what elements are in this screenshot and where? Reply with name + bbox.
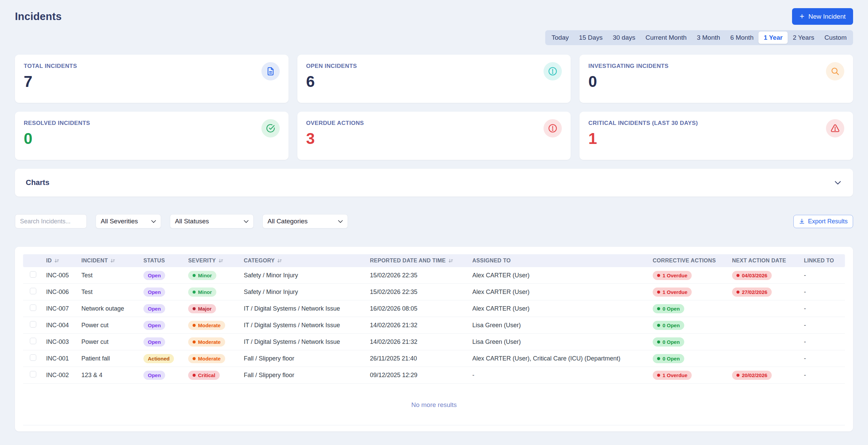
tab-30-days[interactable]: 30 days	[608, 32, 640, 44]
document-icon	[261, 62, 280, 80]
assigned-to: -	[472, 372, 653, 379]
column-header-assigned-to: ASSIGNED TO	[472, 258, 653, 264]
corrective-actions-badge: 0 Open	[653, 304, 684, 313]
sort-icon	[448, 258, 453, 263]
next-action-date-badge: 04/03/2026	[732, 271, 772, 280]
table-row[interactable]: INC-006 Test Open Minor Safety / Minor I…	[23, 284, 845, 300]
dot-icon	[657, 324, 660, 327]
dot-icon	[657, 274, 660, 277]
column-header-severity[interactable]: SEVERITY	[188, 258, 244, 264]
stat-cards-grid: TOTAL INCIDENTS 7 OPEN INCIDENTS 6 INVES…	[15, 55, 853, 160]
dot-icon	[193, 291, 196, 294]
assigned-to: Lisa Green (User)	[472, 338, 653, 346]
chevron-down-icon	[244, 220, 249, 223]
tab-15-days[interactable]: 15 Days	[574, 32, 608, 44]
assigned-to: Alex CARTER (User)	[472, 305, 653, 312]
table-row[interactable]: INC-005 Test Open Minor Safety / Minor I…	[23, 267, 845, 284]
next-action-date-badge: 27/02/2026	[732, 288, 772, 297]
tab-today[interactable]: Today	[547, 32, 574, 44]
no-more-results: No more results	[23, 384, 845, 425]
incident-category: Fall / Slippery floor	[244, 372, 370, 379]
severity-select[interactable]: All Severities	[96, 214, 161, 228]
tab-6-month[interactable]: 6 Month	[725, 32, 759, 44]
tab-1-year[interactable]: 1 Year	[758, 32, 788, 44]
column-header-id[interactable]: ID	[46, 258, 81, 264]
stat-value: 1	[588, 129, 844, 148]
export-results-button[interactable]: Export Results	[793, 215, 853, 228]
dot-icon	[657, 291, 660, 294]
stat-card-resolved-incidents: RESOLVED INCIDENTS 0	[15, 112, 289, 160]
stat-value: 6	[306, 72, 562, 91]
status-badge: Open	[143, 337, 165, 347]
stat-value: 0	[588, 72, 844, 91]
sort-icon	[218, 258, 223, 263]
column-header-incident[interactable]: INCIDENT	[81, 258, 143, 264]
corrective-actions-badge: 1 Overdue	[653, 271, 692, 280]
incident-id: INC-001	[46, 355, 81, 362]
time-range-row: Today 15 Days 30 days Current Month 3 Mo…	[15, 30, 853, 45]
severity-badge: Moderate	[188, 337, 225, 347]
corrective-actions-badge: 1 Overdue	[653, 288, 692, 297]
search-input[interactable]	[15, 214, 87, 228]
charts-section[interactable]: Charts	[15, 169, 853, 197]
incident-name: Test	[81, 272, 143, 279]
incidents-page: Incidents New Incident Today 15 Days 30 …	[0, 0, 868, 444]
stat-label: RESOLVED INCIDENTS	[24, 120, 280, 127]
tab-3-month[interactable]: 3 Month	[692, 32, 725, 44]
dot-icon	[736, 274, 739, 277]
table-header: ID INCIDENT STATUS SEVERITY CATEGORY REP…	[23, 254, 845, 267]
new-incident-button[interactable]: New Incident	[792, 8, 853, 25]
page-header: Incidents New Incident	[15, 0, 853, 25]
status-select[interactable]: All Statuses	[170, 214, 254, 228]
column-header-next-action-date: NEXT ACTION DATE	[732, 258, 804, 264]
category-select[interactable]: All Categories	[262, 214, 348, 228]
table-row[interactable]: INC-002 123 & 4 Open Critical Fall / Sli…	[23, 367, 845, 384]
column-header-reported-date[interactable]: REPORTED DATE AND TIME	[370, 258, 472, 264]
table-row[interactable]: INC-001 Patient fall Actioned Moderate F…	[23, 350, 845, 367]
dot-icon	[657, 357, 660, 360]
table-row[interactable]: INC-007 Network outage Open Major IT / D…	[23, 300, 845, 317]
status-badge: Open	[143, 321, 165, 330]
linked-to: -	[804, 355, 845, 362]
incident-category: Fall / Slippery floor	[244, 355, 370, 362]
sort-icon	[54, 258, 59, 263]
dot-icon	[193, 274, 196, 277]
dot-icon	[193, 357, 196, 360]
incident-id: INC-004	[46, 322, 81, 329]
row-checkbox[interactable]	[30, 338, 36, 344]
row-checkbox[interactable]	[30, 304, 36, 311]
row-checkbox[interactable]	[30, 371, 36, 377]
column-header-category[interactable]: CATEGORY	[244, 258, 370, 264]
table-row[interactable]: INC-004 Power cut Open Moderate IT / Dig…	[23, 317, 845, 334]
export-results-label: Export Results	[808, 218, 848, 225]
incident-name: Test	[81, 289, 143, 296]
row-checkbox[interactable]	[30, 288, 36, 294]
alert-circle-icon	[544, 119, 562, 137]
column-header-linked-to: LINKED TO	[804, 258, 845, 264]
table-row[interactable]: INC-003 Power cut Open Moderate IT / Dig…	[23, 334, 845, 350]
reported-date: 14/02/2026 21:32	[370, 338, 472, 346]
incidents-table: ID INCIDENT STATUS SEVERITY CATEGORY REP…	[15, 247, 853, 431]
incident-category: Safety / Minor Injury	[244, 272, 370, 279]
tab-current-month[interactable]: Current Month	[640, 32, 692, 44]
chevron-down-icon[interactable]	[833, 178, 842, 187]
chevron-down-icon	[338, 220, 343, 223]
tab-2-years[interactable]: 2 Years	[788, 32, 819, 44]
status-badge: Open	[143, 304, 165, 313]
linked-to: -	[804, 289, 845, 296]
stat-value: 3	[306, 129, 562, 148]
filters-row: All Severities All Statuses All Categori…	[15, 214, 853, 228]
page-title: Incidents	[15, 11, 62, 23]
assigned-to: Lisa Green (User)	[472, 322, 653, 329]
row-checkbox[interactable]	[30, 271, 36, 278]
corrective-actions-badge: 1 Overdue	[653, 371, 692, 380]
stat-label: OPEN INCIDENTS	[306, 63, 562, 70]
check-circle-icon	[261, 119, 280, 137]
linked-to: -	[804, 372, 845, 379]
row-checkbox[interactable]	[30, 321, 36, 328]
dot-icon	[657, 307, 660, 310]
row-checkbox[interactable]	[30, 354, 36, 361]
reported-date: 15/02/2026 22:35	[370, 289, 472, 296]
tab-custom[interactable]: Custom	[820, 32, 852, 44]
incident-name: Patient fall	[81, 355, 143, 362]
